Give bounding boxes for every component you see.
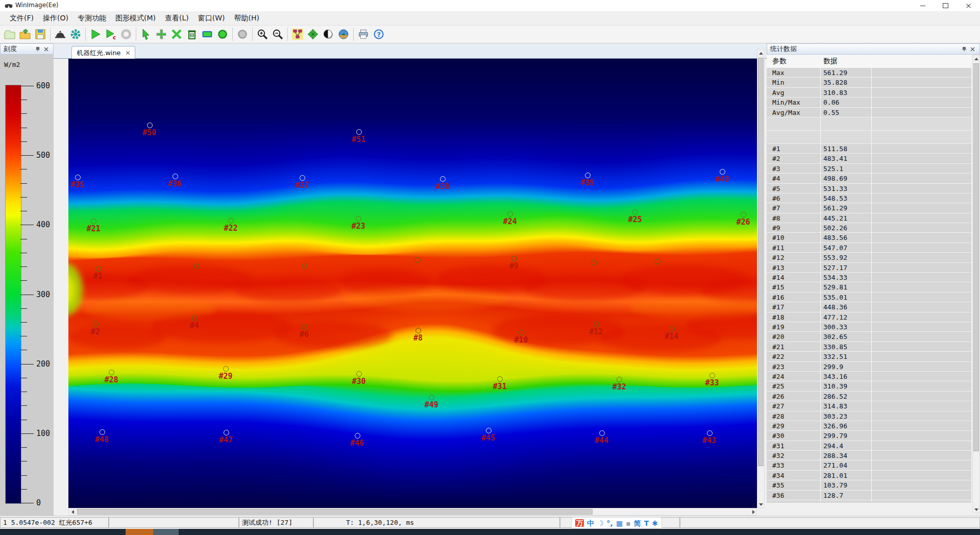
help-button[interactable]: ?: [371, 27, 386, 42]
column-divider: [871, 68, 872, 502]
image-mode-button[interactable]: [336, 27, 351, 42]
minor-tick: [20, 239, 27, 239]
delete-all-button[interactable]: [184, 27, 200, 42]
run-continuous-button[interactable]: c: [103, 27, 118, 42]
stats-row: #25310.39: [767, 381, 971, 391]
tick-label: 600: [36, 81, 50, 90]
taskbar-item[interactable]: [126, 529, 153, 535]
heatmap-image[interactable]: [68, 59, 757, 508]
close-icon[interactable]: [42, 45, 50, 53]
stop-button[interactable]: [118, 27, 134, 42]
save-button[interactable]: [33, 27, 48, 42]
stats-param: #12: [772, 253, 784, 262]
minor-tick: [20, 308, 27, 309]
minimize-button[interactable]: [911, 0, 934, 11]
stats-row: #14534.33: [767, 273, 971, 282]
stats-value: 534.33: [823, 273, 847, 282]
wan-badge-icon[interactable]: 万: [575, 519, 584, 527]
menu-item-6[interactable]: 帮助(H): [229, 12, 263, 25]
maximize-button[interactable]: [934, 0, 957, 11]
stats-param: #17: [772, 302, 784, 312]
stats-param: #18: [772, 312, 784, 322]
minor-tick: [20, 169, 27, 169]
stats-value: 529.81: [823, 282, 847, 292]
major-tick: [20, 295, 34, 295]
stats-param: #8: [772, 213, 780, 223]
stats-param: Max: [772, 68, 784, 78]
circle-region-disabled-button[interactable]: [235, 27, 250, 42]
instrument-dome-button[interactable]: [53, 27, 68, 42]
stats-param: #37: [772, 500, 784, 503]
pin-icon[interactable]: [34, 45, 42, 53]
mesh-view-button[interactable]: [305, 27, 321, 42]
column-divider: [820, 68, 821, 502]
rect-region-button[interactable]: [200, 27, 215, 42]
svg-text:c: c: [113, 35, 116, 40]
stats-row: #24343.16: [767, 372, 971, 381]
menu-item-1[interactable]: 操作(O): [38, 12, 73, 25]
close-button[interactable]: [957, 0, 980, 11]
skin-icon[interactable]: T: [644, 520, 649, 527]
tab-close-icon[interactable]: [126, 51, 130, 55]
settings-icon[interactable]: ✱: [652, 520, 658, 527]
menu-item-5[interactable]: 窗口(W): [193, 12, 230, 25]
stats-vscrollbar[interactable]: [972, 55, 980, 513]
menu-item-0[interactable]: 文件(F): [5, 12, 38, 25]
stats-param: #30: [772, 431, 784, 441]
simplified-icon[interactable]: 简: [634, 520, 641, 527]
tick-label: 400: [36, 220, 50, 229]
keyboard-icon[interactable]: ▦: [616, 520, 623, 527]
ime-toolbar[interactable]: 万中☽°,▦▪简T✱: [571, 517, 662, 529]
stats-row: #28303.23: [767, 411, 971, 421]
close-icon[interactable]: [968, 45, 976, 53]
open-file-button[interactable]: [17, 27, 33, 42]
scrollbar-corner: [757, 508, 765, 516]
stats-value: 299.9: [823, 362, 843, 372]
stats-row: #13527.17: [767, 263, 971, 273]
scale-panel: 刻度 W/m2 6005004003002001000: [0, 43, 54, 516]
settings-gear-button[interactable]: [68, 27, 83, 42]
major-tick: [20, 503, 34, 503]
minor-tick: [20, 392, 27, 392]
new-file-button[interactable]: [2, 27, 17, 42]
select-cursor-button[interactable]: [138, 27, 154, 42]
stats-value: 35.828: [823, 78, 847, 87]
person-icon[interactable]: ▪: [626, 520, 631, 527]
menu-item-3[interactable]: 图形模式(M): [111, 12, 160, 25]
topology-view-button[interactable]: [290, 27, 305, 42]
stats-param: Avg: [772, 88, 784, 98]
os-taskbar: [0, 529, 980, 535]
minor-tick: [20, 280, 27, 281]
image-vscrollbar[interactable]: [757, 49, 765, 508]
colorbar: [5, 85, 21, 504]
taskbar-item[interactable]: [153, 529, 179, 535]
menu-item-2[interactable]: 专测功能: [73, 12, 111, 25]
stats-value: 330.85: [823, 342, 847, 352]
delete-point-button[interactable]: [169, 27, 184, 42]
moon-icon[interactable]: ☽: [597, 520, 604, 527]
minor-tick: [20, 211, 27, 211]
stats-param: #31: [772, 441, 784, 451]
run-button[interactable]: [88, 27, 103, 42]
punct-icon[interactable]: °,: [607, 520, 613, 527]
stats-row: #21330.85: [767, 342, 971, 352]
document-tab[interactable]: 机器红光.wine: [71, 46, 135, 59]
print-button[interactable]: [356, 27, 371, 42]
image-hscrollbar[interactable]: [68, 508, 757, 516]
zoom-in-button[interactable]: [255, 27, 270, 42]
stats-param: #16: [772, 293, 784, 302]
menu-item-4[interactable]: 查看(L): [160, 12, 193, 25]
stats-value: 286.52: [823, 392, 847, 401]
stats-param: #36: [772, 491, 784, 500]
add-point-button[interactable]: [154, 27, 169, 42]
contrast-mode-button[interactable]: [321, 27, 336, 42]
circle-region-button[interactable]: [215, 27, 230, 42]
zoom-out-button[interactable]: [270, 27, 285, 42]
chinese-mode-icon[interactable]: 中: [587, 520, 594, 527]
stats-value: 103.79: [823, 480, 847, 490]
minor-tick: [20, 350, 27, 350]
stats-value: 483.41: [823, 154, 847, 163]
stats-value: 477.12: [823, 312, 847, 322]
stats-value: 548.53: [823, 193, 847, 203]
pin-icon[interactable]: [960, 45, 968, 53]
